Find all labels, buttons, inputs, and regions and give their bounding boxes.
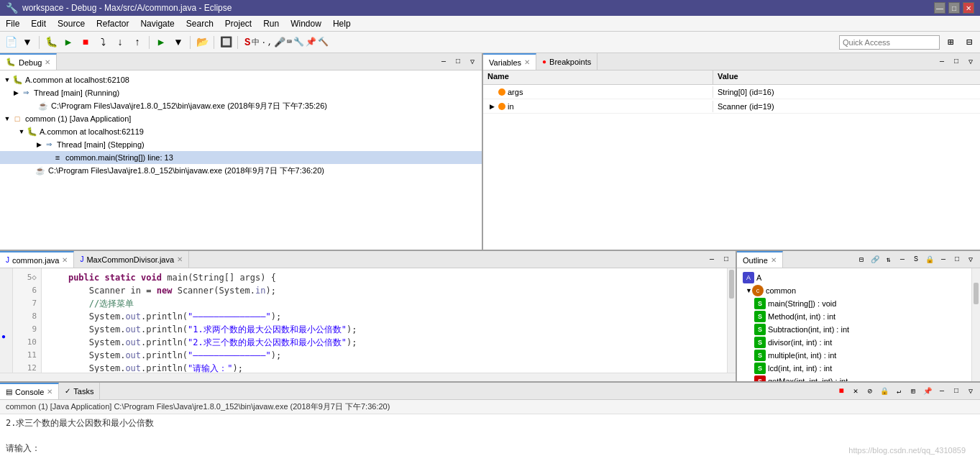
run-button[interactable]: ▶ [153, 35, 169, 50]
debug-item-1[interactable]: ▶ ⇒ Thread [main] (Running) [0, 86, 482, 99]
editor-scrollbar-v[interactable] [727, 268, 736, 373]
menu-window[interactable]: Window [285, 16, 327, 31]
console-maximize[interactable]: □ [950, 385, 963, 398]
debug-item-3[interactable]: ▼ □ common (1) [Java Application] [0, 112, 482, 125]
open-perspective-button[interactable]: ⊞ [943, 35, 958, 50]
debug-maximize[interactable]: □ [452, 55, 464, 68]
var-row-in[interactable]: ▶ in Scanner (id=19) [483, 99, 980, 114]
new-perspective-button[interactable]: ⊟ [961, 35, 977, 50]
tab-debug[interactable]: 🐛 Debug ✕ [0, 53, 57, 70]
tab-variables[interactable]: Variables ✕ [483, 53, 536, 70]
menu-navigate[interactable]: Navigate [134, 16, 180, 31]
console-word-wrap[interactable]: ↵ [892, 385, 905, 398]
open-button[interactable]: 📂 [194, 35, 210, 50]
menu-run[interactable]: Run [257, 16, 285, 31]
arrow-common[interactable]: ▼ [746, 287, 752, 294]
arrow[interactable]: ▼ [3, 115, 12, 122]
resume-button[interactable]: ▶ [60, 35, 76, 50]
outline-item-getmax[interactable]: S getMax(int, int, int) : int [737, 375, 971, 381]
close-button[interactable]: ✕ [963, 2, 974, 14]
menu-edit[interactable]: Edit [25, 16, 52, 31]
variables-tab-close[interactable]: ✕ [524, 58, 530, 66]
outline-item-multiple[interactable]: S multiple(int, int) : int [737, 349, 971, 362]
console-pin[interactable]: 📌 [921, 385, 934, 398]
outline-item-main[interactable]: S main(String[]) : void [737, 297, 971, 310]
quick-access-input[interactable] [839, 35, 940, 50]
var-row-args[interactable]: args String[0] (id=16) [483, 85, 980, 99]
toolbar-perspective[interactable]: 🔲 [218, 35, 234, 50]
menu-file[interactable]: File [0, 16, 25, 31]
console-open-console[interactable]: ⊞ [907, 385, 920, 398]
menu-project[interactable]: Project [219, 16, 257, 31]
vars-view-menu[interactable]: ▽ [964, 55, 977, 68]
debug-item-4[interactable]: ▼ 🐛 A.common at localhost:62119 [0, 125, 482, 138]
debug-item-7[interactable]: ☕ C:\Program Files\Java\jre1.8.0_152\bin… [0, 164, 482, 177]
console-remove[interactable]: ✕ [849, 385, 862, 398]
step-return[interactable]: ↑ [129, 35, 145, 50]
outline-maximize[interactable]: □ [951, 253, 963, 266]
debug-item-0[interactable]: ▼ 🐛 A.common at localhost:62108 [0, 73, 482, 86]
arrow[interactable]: ▼ [17, 128, 26, 135]
editor-scrollbar-h[interactable] [0, 373, 736, 381]
step-into[interactable]: ↓ [112, 35, 128, 50]
outline-view-menu[interactable]: ▽ [964, 253, 977, 266]
outline-collapse-all[interactable]: ⊟ [855, 253, 868, 266]
editor-maximize[interactable]: □ [720, 253, 733, 266]
tab-console[interactable]: ▤ Console ✕ [0, 383, 59, 399]
maxcommon-tab-close[interactable]: ✕ [177, 255, 183, 263]
outline-tab-close[interactable]: ✕ [771, 256, 777, 264]
outline-item-A[interactable]: A A [737, 271, 971, 284]
tab-maxcommon-java[interactable]: J MaxCommonDivisor.java ✕ [74, 251, 189, 268]
menu-refactor[interactable]: Refactor [91, 16, 134, 31]
minimize-button[interactable]: — [934, 2, 945, 14]
maximize-button[interactable]: □ [948, 2, 960, 14]
var-expand-in[interactable]: ▶ [487, 103, 496, 110]
menu-help[interactable]: Help [327, 16, 357, 31]
console-minimize[interactable]: — [935, 385, 948, 398]
outline-hide-fields[interactable]: — [896, 253, 909, 266]
tab-breakpoints[interactable]: ● Breakpoints [536, 53, 597, 70]
outline-minimize[interactable]: — [937, 253, 950, 266]
arrow[interactable]: ▶ [12, 89, 20, 96]
debug-button[interactable]: 🐛 [43, 35, 59, 50]
new-button[interactable]: 📄 [3, 35, 19, 50]
debug-item-6[interactable]: ≡ common.main(String[]) line: 13 [0, 151, 482, 164]
console-content[interactable]: 2.求三个数的最大公因数和最小公倍数 请输入： [0, 414, 980, 469]
outline-scrollbar-v[interactable] [971, 268, 980, 381]
common-tab-close[interactable]: ✕ [62, 256, 68, 264]
outline-item-lcd[interactable]: S lcd(int, int, int) : int [737, 362, 971, 375]
scrollbar-thumb[interactable] [729, 270, 734, 299]
console-tab-close[interactable]: ✕ [47, 388, 52, 396]
code-content[interactable]: public static void main(String[] args) {… [42, 268, 727, 373]
outline-link[interactable]: 🔗 [869, 253, 881, 266]
vars-maximize[interactable]: □ [950, 55, 963, 68]
stop-button[interactable]: ■ [78, 35, 93, 50]
outline-sort[interactable]: ⇅ [882, 253, 895, 266]
outline-item-subtraction[interactable]: S Subtraction(int, int) : int [737, 323, 971, 336]
title-bar-controls[interactable]: — □ ✕ [934, 2, 974, 14]
tab-tasks[interactable]: ✓ Tasks [59, 383, 100, 399]
console-view-menu[interactable]: ▽ [964, 385, 977, 398]
debug-tab-close[interactable]: ✕ [45, 58, 50, 66]
outline-item-divisor[interactable]: S divisor(int, int) : int [737, 336, 971, 349]
menu-source[interactable]: Source [52, 16, 91, 31]
debug-minimize[interactable]: — [437, 55, 450, 68]
outline-item-method[interactable]: S Method(int, int) : int [737, 310, 971, 323]
menu-search[interactable]: Search [180, 16, 219, 31]
debug-view-menu[interactable]: ▽ [466, 55, 479, 68]
toolbar-arrow-run[interactable]: ▼ [170, 35, 186, 50]
editor-minimize[interactable]: — [705, 253, 718, 266]
step-over[interactable]: ⤵ [95, 35, 111, 50]
console-scroll-lock[interactable]: 🔒 [878, 385, 891, 398]
console-clear[interactable]: ⊘ [864, 385, 876, 398]
debug-item-2[interactable]: ☕ C:\Program Files\Java\jre1.8.0_152\bin… [0, 99, 482, 112]
arrow[interactable]: ▼ [3, 76, 12, 83]
outline-hide-nonpublic[interactable]: 🔒 [923, 253, 936, 266]
tab-common-java[interactable]: J common.java ✕ [0, 251, 74, 268]
outline-hide-static[interactable]: S [910, 253, 922, 266]
debug-item-5[interactable]: ▶ ⇒ Thread [main] (Stepping) [0, 138, 482, 151]
tab-outline[interactable]: Outline ✕ [737, 251, 783, 268]
outline-item-common[interactable]: ▼ c common [737, 284, 971, 297]
arrow[interactable]: ▶ [35, 141, 43, 148]
outline-scrollbar-thumb[interactable] [974, 283, 979, 304]
